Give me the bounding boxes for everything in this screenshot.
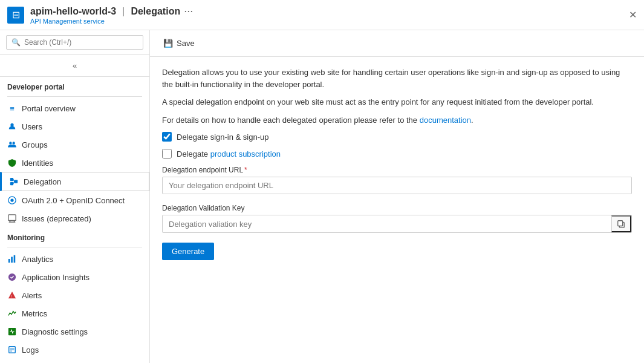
save-icon: 💾 <box>163 39 173 48</box>
required-indicator: * <box>244 166 247 174</box>
close-button[interactable]: ✕ <box>629 9 637 21</box>
app-subtitle: API Management service <box>30 18 193 25</box>
oauth-icon <box>7 195 17 205</box>
page-title: Delegation <box>131 6 180 17</box>
description-2: A special delegation endpoint on your we… <box>162 96 632 108</box>
content-body: Delegation allows you to use your existi… <box>150 57 644 270</box>
svg-rect-26 <box>618 221 623 226</box>
alerts-icon: ! <box>7 290 17 300</box>
svg-rect-3 <box>10 178 13 181</box>
sidebar-item-label: Diagnostic settings <box>22 327 88 336</box>
sidebar-item-analytics[interactable]: Analytics <box>0 250 149 268</box>
groups-icon <box>7 140 17 149</box>
delegate-subscription-row: Delegate product subscription <box>162 149 632 159</box>
issues-icon <box>7 214 17 223</box>
monitoring-divider <box>7 247 142 247</box>
sidebar-item-diagnostic[interactable]: Diagnostic settings <box>0 322 149 341</box>
sidebar-collapse-btn[interactable]: « <box>0 55 149 77</box>
delegate-signin-label: Delegate sign-in & sign-up <box>177 132 268 142</box>
main-layout: 🔍 « Developer portal ≡ Portal overview <box>0 30 644 363</box>
svg-rect-10 <box>8 215 16 221</box>
svg-line-7 <box>13 182 15 184</box>
validation-key-input-wrap <box>162 215 632 233</box>
delegate-subscription-checkbox[interactable] <box>162 149 172 159</box>
svg-line-6 <box>13 180 15 182</box>
validation-key-group: Delegation Validation Key <box>162 204 632 233</box>
product-subscription-link[interactable]: product subscription <box>210 149 281 159</box>
sidebar-item-logs[interactable]: Logs <box>0 341 149 359</box>
search-icon: 🔍 <box>11 38 21 47</box>
validation-key-input[interactable] <box>163 216 611 232</box>
sidebar-item-label: Portal overview <box>22 104 76 113</box>
title-separator: | <box>122 6 125 17</box>
collapse-icon: « <box>73 61 77 70</box>
app-name: apim-hello-world-3 <box>30 6 116 17</box>
sidebar-item-portal-overview[interactable]: ≡ Portal overview <box>0 99 149 117</box>
sidebar-item-metrics[interactable]: Metrics <box>0 304 149 322</box>
sidebar-item-label: Users <box>22 122 42 131</box>
endpoint-url-group: Delegation endpoint URL* <box>162 166 632 194</box>
search-input[interactable] <box>24 38 138 47</box>
description-3: For details on how to handle each delega… <box>162 114 632 126</box>
description-1: Delegation allows you to use your existi… <box>162 67 632 90</box>
sidebar-item-delegation[interactable]: Delegation <box>0 172 149 191</box>
sidebar-item-label: OAuth 2.0 + OpenID Connect <box>22 196 125 205</box>
save-label: Save <box>177 39 195 48</box>
validation-key-label: Delegation Validation Key <box>162 204 632 212</box>
app-icon: ⊟ <box>7 7 24 24</box>
documentation-link[interactable]: documentation <box>420 116 471 125</box>
svg-point-1 <box>9 142 11 144</box>
sidebar-item-workbooks[interactable]: Workbooks <box>0 359 149 363</box>
save-button[interactable]: 💾 Save <box>160 36 198 50</box>
app-insights-icon <box>7 272 17 282</box>
search-bar: 🔍 <box>0 30 149 55</box>
svg-rect-5 <box>15 180 18 183</box>
portal-overview-icon: ≡ <box>7 103 17 113</box>
toolbar: 💾 Save <box>150 30 644 57</box>
sidebar-item-label: Application Insights <box>22 273 89 282</box>
delegate-signin-row: Delegate sign-in & sign-up <box>162 132 632 142</box>
svg-rect-12 <box>11 257 13 263</box>
search-input-wrap[interactable]: 🔍 <box>6 35 143 50</box>
sidebar-item-label: Delegation <box>24 177 61 186</box>
endpoint-url-label: Delegation endpoint URL* <box>162 166 632 174</box>
logs-icon <box>7 345 17 355</box>
sidebar-item-oauth[interactable]: OAuth 2.0 + OpenID Connect <box>0 191 149 209</box>
svg-text:!: ! <box>11 294 13 298</box>
more-options-btn[interactable]: ··· <box>184 5 193 18</box>
endpoint-url-input[interactable] <box>162 177 632 194</box>
sidebar-item-label: Issues (deprecated) <box>22 214 91 223</box>
svg-point-9 <box>10 198 13 201</box>
identities-icon <box>7 158 17 168</box>
svg-point-2 <box>12 142 15 144</box>
content-area: 💾 Save Delegation allows you to use your… <box>150 30 644 363</box>
users-icon <box>7 122 17 131</box>
sidebar-item-label: Alerts <box>22 291 42 300</box>
title-bar: ⊟ apim-hello-world-3 | Delegation ··· AP… <box>0 0 644 30</box>
copy-button[interactable] <box>611 215 631 232</box>
metrics-icon <box>7 309 17 318</box>
svg-rect-13 <box>14 255 16 263</box>
monitoring-section-label: Monitoring <box>0 227 149 244</box>
sidebar-item-app-insights[interactable]: Application Insights <box>0 268 149 286</box>
sidebar-item-alerts[interactable]: ! Alerts <box>0 286 149 304</box>
sidebar-item-label: Logs <box>22 345 39 355</box>
sidebar-item-label: Groups <box>22 140 48 149</box>
title-info: apim-hello-world-3 | Delegation ··· API … <box>30 5 193 25</box>
sidebar: 🔍 « Developer portal ≡ Portal overview <box>0 30 150 363</box>
svg-rect-4 <box>10 182 13 185</box>
delegation-icon <box>9 177 19 186</box>
svg-rect-11 <box>8 259 10 263</box>
section-divider <box>7 96 142 97</box>
sidebar-item-groups[interactable]: Groups <box>0 136 149 154</box>
sidebar-item-identities[interactable]: Identities <box>0 154 149 172</box>
title-bar-left: ⊟ apim-hello-world-3 | Delegation ··· AP… <box>7 5 193 25</box>
sidebar-item-issues[interactable]: Issues (deprecated) <box>0 209 149 227</box>
generate-button[interactable]: Generate <box>162 243 214 260</box>
delegate-signin-checkbox[interactable] <box>162 132 172 142</box>
delegate-subscription-label: Delegate product subscription <box>177 149 281 159</box>
sidebar-item-label: Metrics <box>22 309 47 318</box>
sidebar-item-users[interactable]: Users <box>0 117 149 136</box>
diagnostic-icon <box>7 327 17 336</box>
analytics-icon <box>7 254 17 264</box>
